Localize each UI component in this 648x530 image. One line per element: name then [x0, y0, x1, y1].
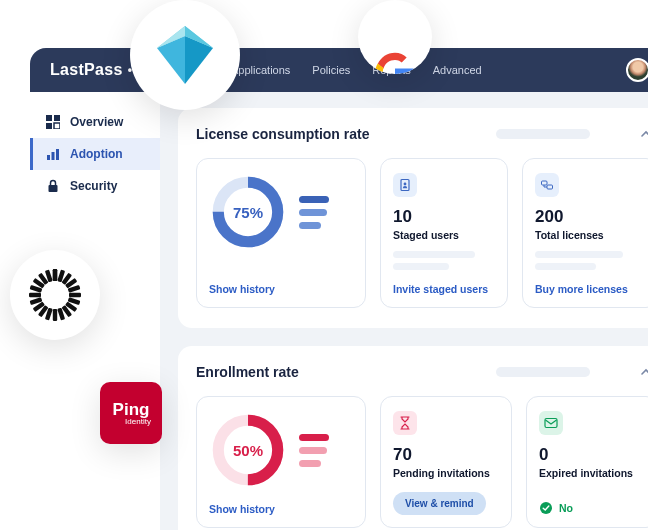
brand-text: LastPass	[50, 61, 123, 79]
svg-marker-2	[157, 36, 185, 84]
overview-icon	[46, 115, 60, 129]
pending-value: 70	[393, 445, 499, 465]
sidebar-item-overview[interactable]: Overview	[30, 106, 160, 138]
donut-value: 50%	[209, 411, 287, 489]
card-pending-invites: 70 Pending invitations View & remind	[380, 396, 512, 528]
panel-enrollment: Enrollment rate 50%	[178, 346, 648, 530]
svg-rect-30	[47, 155, 50, 160]
donut-chart-enrollment: 50%	[209, 411, 287, 489]
show-history-link[interactable]: Show history	[209, 283, 353, 295]
svg-point-43	[540, 502, 552, 514]
show-history-link[interactable]: Show history	[209, 503, 353, 515]
legend-bars-icon	[299, 196, 329, 229]
google-logo	[358, 0, 432, 74]
panel-license-title: License consumption rate	[196, 126, 369, 142]
svg-rect-6	[53, 269, 57, 281]
invite-staged-link[interactable]: Invite staged users	[393, 283, 495, 295]
adoption-icon	[46, 147, 60, 161]
chevron-up-icon[interactable]	[640, 366, 648, 378]
svg-rect-16	[53, 309, 57, 321]
mail-icon	[539, 411, 563, 435]
check-circle-icon	[539, 501, 553, 515]
skeleton-line	[393, 263, 449, 270]
skeleton-bar	[496, 129, 590, 139]
buy-licenses-link[interactable]: Buy more licenses	[535, 283, 645, 295]
expired-no-text: No	[559, 502, 573, 514]
svg-rect-32	[56, 149, 59, 160]
svg-rect-11	[69, 293, 81, 297]
hourglass-icon	[393, 411, 417, 435]
svg-rect-31	[52, 152, 55, 160]
card-total-licenses: 200 Total licenses Buy more licenses	[522, 158, 648, 308]
app-window: LastPass Users Applications Policies Rep…	[30, 48, 648, 530]
view-remind-button[interactable]: View & remind	[393, 492, 486, 515]
svg-rect-28	[46, 123, 52, 129]
nav-policies[interactable]: Policies	[312, 64, 350, 76]
diamond-logo	[130, 0, 240, 110]
card-license-donut: 75% Show history	[196, 158, 366, 308]
svg-rect-26	[46, 115, 52, 121]
card-staged-users: 10 Staged users Invite staged users	[380, 158, 508, 308]
staged-users-icon	[393, 173, 417, 197]
sidebar-item-security[interactable]: Security	[30, 170, 160, 202]
svg-point-37	[404, 183, 407, 186]
nav-advanced[interactable]: Advanced	[433, 64, 482, 76]
panel-enrollment-title: Enrollment rate	[196, 364, 299, 380]
sidebar-item-adoption[interactable]: Adoption	[30, 138, 160, 170]
card-expired-invites: 0 Expired invitations No	[526, 396, 648, 528]
donut-value: 75%	[209, 173, 287, 251]
legend-bars-icon	[299, 434, 329, 467]
spiral-logo	[10, 250, 100, 340]
svg-rect-33	[49, 185, 58, 192]
total-value: 200	[535, 207, 645, 227]
lock-icon	[46, 179, 60, 193]
svg-rect-27	[54, 115, 60, 121]
pending-label: Pending invitations	[393, 467, 499, 479]
staged-value: 10	[393, 207, 495, 227]
sidebar-item-label: Adoption	[70, 147, 123, 161]
card-enroll-donut: 50% Show history	[196, 396, 366, 528]
expired-label: Expired invitations	[539, 467, 645, 479]
sidebar-item-label: Security	[70, 179, 117, 193]
total-label: Total licenses	[535, 229, 645, 241]
ping-logo: Ping Identity	[100, 382, 162, 444]
skeleton-line	[393, 251, 475, 258]
main-content: License consumption rate 75%	[160, 92, 648, 530]
panel-license: License consumption rate 75%	[178, 108, 648, 328]
expired-value: 0	[539, 445, 645, 465]
svg-rect-42	[545, 419, 557, 428]
sidebar-item-label: Overview	[70, 115, 123, 129]
skeleton-line	[535, 251, 623, 258]
chevron-up-icon[interactable]	[640, 128, 648, 140]
staged-label: Staged users	[393, 229, 495, 241]
svg-rect-39	[547, 185, 553, 189]
ping-text-2: Identity	[125, 418, 151, 426]
svg-rect-29	[54, 123, 60, 129]
ping-text-1: Ping	[113, 401, 150, 418]
svg-rect-38	[542, 181, 548, 185]
total-licenses-icon	[535, 173, 559, 197]
donut-chart-license: 75%	[209, 173, 287, 251]
skeleton-line	[535, 263, 596, 270]
svg-marker-1	[185, 36, 213, 84]
avatar[interactable]	[626, 58, 648, 82]
header-bar: LastPass Users Applications Policies Rep…	[30, 48, 648, 92]
nav-applications[interactable]: Applications	[231, 64, 290, 76]
svg-rect-21	[29, 293, 41, 297]
skeleton-bar	[496, 367, 590, 377]
